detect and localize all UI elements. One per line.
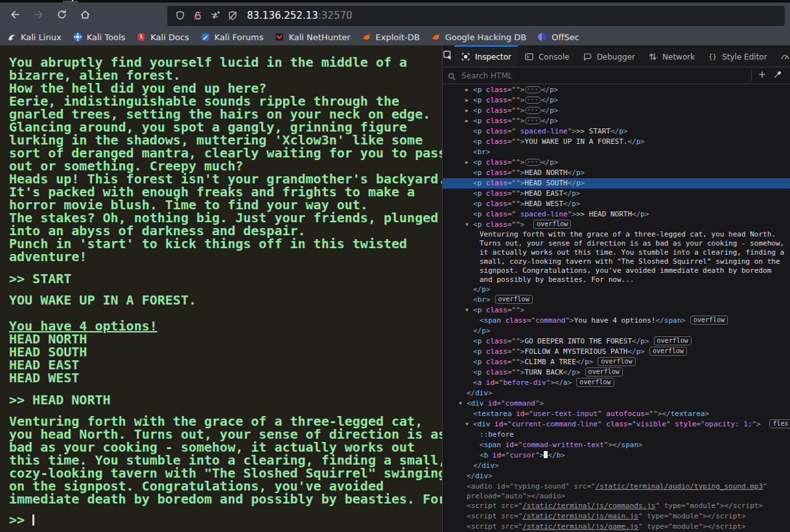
overflow-badge[interactable]: overflow xyxy=(649,347,687,356)
permissions-icon[interactable] xyxy=(209,10,220,21)
markup-row[interactable]: ▼<div id="current-command-line" class="v… xyxy=(443,419,790,430)
text-content: YOU WAKE UP IN A FOREST. xyxy=(525,137,628,146)
expand-arrow-expanded[interactable]: ▼ xyxy=(465,220,469,230)
expand-arrow-collapsed[interactable]: ▶ xyxy=(465,95,469,106)
markup-row[interactable]: <span class="command">You have 4 options… xyxy=(443,316,790,326)
style-editor-icon: {} xyxy=(708,52,722,62)
markup-row[interactable]: small, cozy-looking tavern with "The Slo… xyxy=(443,257,790,266)
markup-view[interactable]: ▶<p class="">···</p>▶<p class="">···</p>… xyxy=(443,84,790,532)
terminal-line: HEAD NORTH xyxy=(9,332,442,345)
overflow-badge[interactable]: overflow xyxy=(598,357,635,366)
markup-row[interactable]: Venturing forth with the grace of a thre… xyxy=(443,230,790,239)
tab-network[interactable]: Network xyxy=(642,45,701,67)
punctuation: < xyxy=(473,220,478,229)
markup-row[interactable]: <b id="cursor"></b> xyxy=(443,450,790,461)
tab-perfo[interactable]: Perfo xyxy=(774,45,790,67)
terminal-pane[interactable]: You abruptly find yourself lucid in the … xyxy=(0,45,442,532)
overflow-badge[interactable]: overflow xyxy=(585,367,623,376)
tab-console[interactable]: Console xyxy=(518,45,576,67)
tab-inspector[interactable]: Inspector xyxy=(454,45,518,67)
markup-row[interactable]: <p class="">GO DEEPER INTO THE FOREST</p… xyxy=(443,336,790,347)
markup-row[interactable]: </div> xyxy=(443,471,790,481)
bookmark-kali-nethunter[interactable]: Kali NetHunter xyxy=(274,32,350,42)
eyedropper-button[interactable] xyxy=(770,69,785,82)
expand-arrow-expanded[interactable]: ▼ xyxy=(465,305,469,316)
markup-row[interactable]: Turns out, your sense of direction is as… xyxy=(443,239,790,248)
markup-row[interactable]: ▶<p class="">···</p> xyxy=(443,85,790,95)
markup-row[interactable]: </div> xyxy=(443,461,790,471)
expand-arrow-collapsed[interactable]: ▶ xyxy=(465,157,469,168)
markup-row[interactable]: <p class="">HEAD EAST</p> xyxy=(443,189,790,199)
text-content: Turns out, your sense of direction is as… xyxy=(480,239,784,248)
markup-row[interactable]: <p class=" spaced-line">>> START</p> xyxy=(443,126,790,137)
bookmark-kali-forums[interactable]: Kali Forums xyxy=(200,32,264,42)
markup-row[interactable]: signpost. Congratulations, you've avoide… xyxy=(443,266,790,275)
markup-row[interactable]: <p class="">CLIMB A TREE</p>overflow xyxy=(443,357,790,367)
markup-row[interactable]: ▶<p class="">···</p> xyxy=(443,116,790,126)
markup-row[interactable]: <p class="">HEAD NORTH</p> xyxy=(443,168,790,178)
tab-style-editor[interactable]: {}Style Editor xyxy=(701,45,773,67)
punctuation: > xyxy=(645,210,649,218)
overflow-badge[interactable]: overflow xyxy=(533,220,571,229)
bookmark-google-hacking-db[interactable]: Google Hacking DB xyxy=(431,32,527,42)
markup-row[interactable]: ▼<p class=""> overflow xyxy=(443,220,790,230)
markup-row[interactable]: </p> xyxy=(443,326,790,336)
markup-row[interactable]: <br> xyxy=(443,147,790,157)
url-bar[interactable]: 83.136.252.13:32570 xyxy=(167,6,785,26)
markup-row[interactable]: <span id="commad-written-text"></span> xyxy=(443,440,790,450)
flex-badge[interactable]: flex xyxy=(769,419,790,428)
expand-arrow-collapsed[interactable]: ▶ xyxy=(465,106,469,116)
bookmark-exploit-db[interactable]: Exploit-DB xyxy=(362,32,420,42)
tab-debugger[interactable]: Debugger xyxy=(576,45,642,67)
markup-row[interactable]: ▼<div id="command"> xyxy=(443,399,790,409)
markup-row[interactable]: <a id="before-div"></a>overflow xyxy=(443,378,790,388)
markup-row[interactable]: and possibly by beasties. For now... xyxy=(443,275,790,284)
shield-icon[interactable] xyxy=(174,10,185,21)
shield-off-icon[interactable] xyxy=(227,10,238,21)
markup-row[interactable]: <script src="/static/terminal/js/command… xyxy=(443,501,790,511)
markup-row[interactable]: <script src="/static/terminal/js/main.js… xyxy=(443,511,790,522)
markup-row[interactable]: <textarea id="user-text-input" autofocus… xyxy=(443,409,790,419)
overflow-badge[interactable]: overflow xyxy=(690,316,728,325)
back-button[interactable] xyxy=(5,6,25,25)
markup-row[interactable]: <p class="">HEAD WEST</p> xyxy=(443,199,790,209)
punctuation: < xyxy=(473,210,478,218)
bookmark-kali-docs[interactable]: Kali Docs xyxy=(136,32,189,42)
markup-row[interactable]: ::before xyxy=(443,430,790,440)
forward-button[interactable] xyxy=(29,6,48,25)
markup-row[interactable]: <audio id="typing-sound" src="/static/te… xyxy=(443,481,790,492)
expand-arrow-collapsed[interactable]: ▶ xyxy=(465,116,469,126)
markup-row[interactable]: <p class="">HEAD SOUTH</p> xyxy=(443,178,790,189)
markup-row[interactable]: <script src="/static/terminal/js/game.js… xyxy=(443,522,790,532)
expand-arrow-collapsed[interactable]: ▶ xyxy=(465,85,469,95)
overflow-badge[interactable]: overflow xyxy=(495,295,533,304)
expand-arrow-expanded[interactable]: ▼ xyxy=(459,399,462,409)
markup-row[interactable]: preload="auto"></audio> xyxy=(443,492,790,501)
markup-row[interactable]: it actually works out this time. You stu… xyxy=(443,248,790,257)
bookmark-kali-linux[interactable]: Kali Linux xyxy=(6,32,62,42)
markup-row[interactable]: ▼<p class=""> xyxy=(443,305,790,316)
markup-row[interactable]: ▶<p class="">···</p> xyxy=(443,95,790,106)
overflow-badge[interactable]: overflow xyxy=(576,378,614,387)
bookmark-offsec[interactable]: OffSec xyxy=(537,32,579,42)
markup-row[interactable]: <p class="">FOLLOW A MYSTERIOUS PATH</p>… xyxy=(443,347,790,357)
markup-row[interactable]: ▶<p class="">···</p> xyxy=(443,106,790,116)
expand-arrow-expanded[interactable]: ▼ xyxy=(465,419,469,430)
markup-row[interactable]: </p> xyxy=(443,284,790,295)
markup-row[interactable]: </div> xyxy=(443,388,790,399)
markup-row[interactable]: <p class=" spaced-line">>> HEAD NORTH</p… xyxy=(443,209,790,220)
insecure-lock-icon[interactable] xyxy=(192,10,203,21)
reload-button[interactable] xyxy=(52,6,71,25)
overflow-badge[interactable]: overflow xyxy=(654,336,691,345)
markup-row[interactable]: ▶<p class="">···</p> xyxy=(443,157,790,168)
home-button[interactable] xyxy=(75,6,95,25)
bookmark-kali-tools[interactable]: Kali Tools xyxy=(73,32,126,42)
markup-row[interactable]: <p class="">YOU WAKE UP IN A FOREST.</p> xyxy=(443,137,790,147)
markup-row[interactable]: <br>overflow xyxy=(443,295,790,305)
markup-row[interactable]: <p class="">TURN BACK</p>overflow xyxy=(443,367,790,378)
add-node-button[interactable] xyxy=(754,69,770,82)
punctuation: </ xyxy=(541,117,550,125)
search-html-input[interactable] xyxy=(460,71,749,81)
tab-label: Debugger xyxy=(597,52,635,62)
pick-element-button[interactable] xyxy=(443,45,453,67)
